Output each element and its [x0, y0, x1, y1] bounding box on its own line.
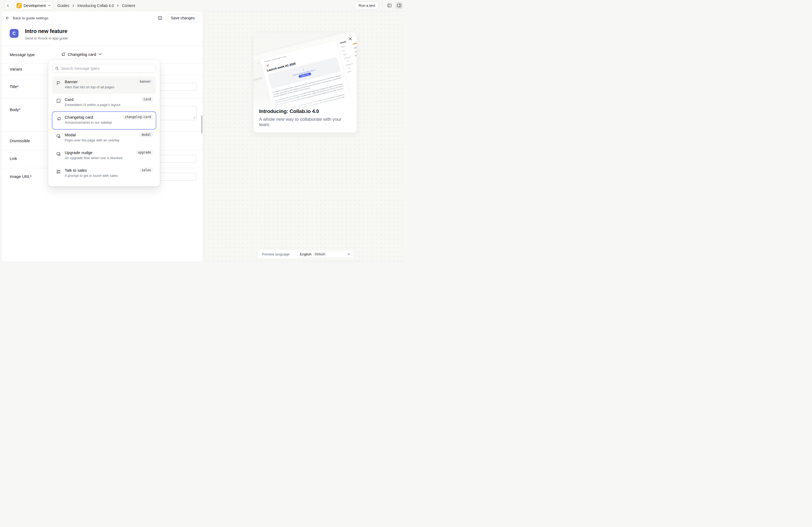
option-description: Embedded UI within a page's layout — [65, 103, 153, 107]
message-type-option-talk-to-sales[interactable]: Talk to sales A prompt to get in touch w… — [52, 165, 156, 182]
details-by-label: by — [349, 65, 357, 69]
toggle-right-panel-button[interactable] — [395, 2, 403, 10]
back-link-label: Back to guide settings — [13, 16, 48, 20]
megaphone-icon — [56, 116, 61, 121]
language-select[interactable]: English Default — [298, 251, 353, 258]
option-name: Card — [65, 97, 153, 102]
top-bar: Development Guides Introducing Collab 4.… — [0, 0, 406, 11]
modal-icon — [56, 134, 61, 139]
environment-label: Development — [24, 3, 46, 8]
option-description: Pops-over the page with an overlay — [65, 138, 153, 142]
resize-handle-icon[interactable] — [193, 117, 195, 119]
message-type-list: Banner Alert that sits on top of all pag… — [52, 76, 156, 182]
megaphone-icon — [60, 51, 66, 57]
toggle-left-panel-button[interactable] — [386, 2, 393, 10]
chevron-down-icon — [347, 253, 350, 256]
option-badge: banner — [138, 79, 153, 84]
chevron-right-icon — [116, 4, 119, 7]
option-description: Alert that sits on top of all pages — [65, 85, 153, 89]
scrollbar[interactable] — [201, 115, 202, 133]
close-button[interactable] — [346, 35, 354, 42]
top-bar-actions: Run a test — [355, 2, 403, 10]
variant-label: Variant — [10, 67, 22, 71]
back-to-guide-settings-link[interactable]: Back to guide settings — [5, 16, 48, 20]
option-name: Talk to sales — [65, 168, 153, 172]
option-badge: card — [142, 97, 153, 102]
message-type-option-banner[interactable]: Banner Alert that sits on top of all pag… — [52, 76, 156, 94]
title-label: Title* — [10, 84, 19, 89]
chevron-down-icon — [48, 4, 51, 7]
dismissible-label: Dismissible — [10, 138, 30, 143]
save-changes-button[interactable]: Save changes — [167, 14, 199, 22]
flag-icon — [56, 80, 61, 86]
details-tags-label: Tags — [343, 52, 352, 56]
option-badge: changelog-card — [123, 115, 153, 119]
book-icon[interactable] — [157, 15, 163, 21]
close-icon — [348, 37, 352, 41]
modal-icon — [56, 151, 61, 157]
breadcrumb-content[interactable]: Content — [122, 3, 135, 8]
search-icon — [55, 66, 59, 70]
preview-language-bar: Preview language English Default — [258, 250, 354, 259]
run-a-test-button[interactable]: Run a test — [355, 2, 379, 10]
details-status-label: Status — [341, 44, 351, 48]
message-type-search[interactable] — [52, 64, 156, 73]
chevron-down-icon — [98, 52, 102, 56]
message-type-dropdown: Banner Alert that sits on top of all pag… — [48, 60, 160, 186]
upload-icon: ⇧ — [302, 69, 305, 71]
search-icon: ⌕ — [258, 62, 259, 64]
body-label: Body* — [10, 107, 20, 112]
image-url-label: Image URL* — [10, 174, 32, 179]
message-type-option-card[interactable]: Card Embedded UI within a page's layout … — [52, 94, 156, 111]
option-badge: modal — [140, 132, 153, 137]
chevron-right-icon — [72, 4, 75, 7]
details-key-label: Key — [342, 48, 352, 52]
search-input[interactable] — [61, 66, 153, 71]
message-type-option-modal[interactable]: Modal Pops-over the page with an overlay… — [52, 130, 156, 147]
option-name: Modal — [65, 133, 153, 137]
right-panel-icon — [396, 3, 402, 8]
app-window: Development Guides Introducing Collab 4.… — [0, 0, 406, 264]
guide-subtitle: Send to Knock in-app guide — [25, 36, 68, 40]
details-dates-label: Dates — [347, 69, 357, 73]
preview-image: Share ↺ 🔔 Collab.io⌄⌕ HomeInbox Favorite… — [253, 32, 357, 111]
guide-avatar: C — [10, 29, 18, 38]
guide-title: Intro new feature — [25, 28, 68, 34]
details-updated-label: Updated at — [346, 62, 355, 66]
form-icon — [56, 169, 61, 175]
link-label: Link — [10, 156, 17, 161]
message-type-select[interactable]: Changelog card — [60, 51, 102, 57]
arrow-left-icon — [5, 16, 10, 20]
back-button[interactable] — [4, 2, 12, 10]
language-value: English — [300, 252, 311, 256]
chevron-left-icon — [6, 4, 10, 7]
left-panel-icon — [387, 3, 392, 8]
guide-title-block: C Intro new feature Send to Knock in-app… — [2, 25, 202, 46]
details-created-label: Created at — [344, 55, 354, 59]
preview-language-label: Preview language — [262, 252, 298, 256]
card-icon — [56, 98, 61, 104]
option-badge: upgrade — [136, 150, 153, 155]
preview-card-text: Introducing: Collab.io 4.0 A whole new w… — [253, 108, 357, 133]
message-type-option-upgrade-nudge[interactable]: Upgrade nudge An upgrade flow when use i… — [52, 147, 156, 165]
details-by-label: by — [347, 58, 357, 62]
language-default-badge: Default — [313, 252, 326, 256]
breadcrumb: Guides Introducing Collab 4.0 Content — [57, 3, 135, 8]
option-badge: sales — [140, 168, 153, 172]
editor-header: Back to guide settings Save changes — [2, 11, 202, 25]
git-branch-icon — [16, 3, 22, 8]
preview-card-subtitle: A whole new way to collaborate with your… — [259, 117, 351, 127]
environment-switcher[interactable]: Development — [15, 1, 54, 10]
breadcrumb-guide-name[interactable]: Introducing Collab 4.0 — [77, 3, 114, 8]
message-type-value: Changelog card — [68, 52, 96, 57]
divider — [382, 3, 382, 9]
option-description: A prompt to get in touch with sales — [65, 174, 153, 178]
option-description: Announcements in our sidebar — [65, 120, 153, 124]
details-tags-value: Launches — [354, 49, 357, 54]
option-description: An upgrade flow when use is blocked — [65, 156, 153, 160]
message-type-label: Message type — [10, 52, 35, 57]
message-type-option-changelog-card[interactable]: Changelog card Announcements in our side… — [52, 112, 156, 129]
preview-panel: Share ↺ 🔔 Collab.io⌄⌕ HomeInbox Favorite… — [204, 11, 406, 262]
breadcrumb-guides[interactable]: Guides — [57, 3, 69, 8]
changelog-card-preview: Share ↺ 🔔 Collab.io⌄⌕ HomeInbox Favorite… — [253, 32, 357, 133]
